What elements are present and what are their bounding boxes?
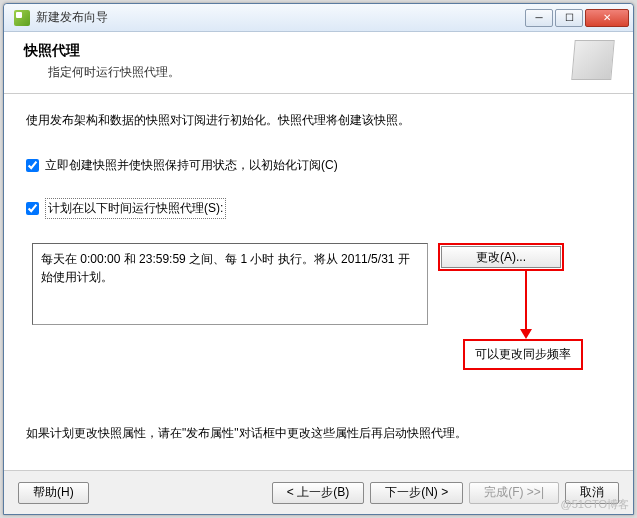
close-button[interactable]: ✕ xyxy=(585,9,629,27)
finish-button: 完成(F) >>| xyxy=(469,482,559,504)
intro-text: 使用发布架构和数据的快照对订阅进行初始化。快照代理将创建该快照。 xyxy=(26,112,611,129)
create-snapshot-checkbox[interactable] xyxy=(26,159,39,172)
app-icon xyxy=(14,10,30,26)
schedule-agent-checkbox[interactable] xyxy=(26,202,39,215)
annotation-arrow xyxy=(520,269,532,339)
titlebar: 新建发布向导 ─ ☐ ✕ xyxy=(4,4,633,32)
next-button[interactable]: 下一步(N) > xyxy=(370,482,463,504)
wizard-footer: 帮助(H) < 上一步(B) 下一步(N) > 完成(F) >>| 取消 xyxy=(4,470,633,514)
schedule-description: 每天在 0:00:00 和 23:59:59 之间、每 1 小时 执行。将从 2… xyxy=(32,243,428,325)
window-title: 新建发布向导 xyxy=(36,9,525,26)
snapshot-icon xyxy=(571,40,614,80)
minimize-button[interactable]: ─ xyxy=(525,9,553,27)
change-button-highlight: 更改(A)... xyxy=(438,243,564,271)
back-button[interactable]: < 上一步(B) xyxy=(272,482,364,504)
create-snapshot-row: 立即创建快照并使快照保持可用状态，以初始化订阅(C) xyxy=(26,157,611,174)
page-subtitle: 指定何时运行快照代理。 xyxy=(48,64,180,81)
create-snapshot-label: 立即创建快照并使快照保持可用状态，以初始化订阅(C) xyxy=(45,157,338,174)
wizard-window: 新建发布向导 ─ ☐ ✕ 快照代理 指定何时运行快照代理。 使用发布架构和数据的… xyxy=(3,3,634,515)
page-title: 快照代理 xyxy=(24,42,180,60)
bottom-text: 如果计划更改快照属性，请在"发布属性"对话框中更改这些属性后再启动快照代理。 xyxy=(26,425,611,442)
window-controls: ─ ☐ ✕ xyxy=(525,9,629,27)
schedule-agent-row: 计划在以下时间运行快照代理(S): xyxy=(26,198,611,219)
watermark: @51CTO博客 xyxy=(561,497,629,512)
maximize-button[interactable]: ☐ xyxy=(555,9,583,27)
annotation-note: 可以更改同步频率 xyxy=(463,339,583,370)
wizard-header: 快照代理 指定何时运行快照代理。 xyxy=(4,32,633,94)
help-button[interactable]: 帮助(H) xyxy=(18,482,89,504)
wizard-content: 使用发布架构和数据的快照对订阅进行初始化。快照代理将创建该快照。 立即创建快照并… xyxy=(4,94,633,470)
schedule-agent-label: 计划在以下时间运行快照代理(S): xyxy=(45,198,226,219)
change-button[interactable]: 更改(A)... xyxy=(441,246,561,268)
